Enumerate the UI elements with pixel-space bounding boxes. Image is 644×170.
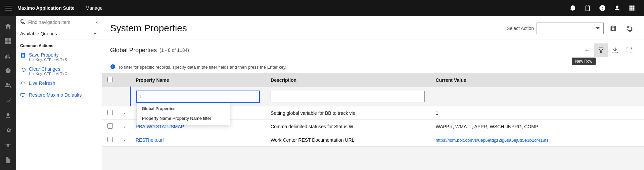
save-property-action[interactable]: Save Property Hot Key: CTRL+ALT+S [20, 52, 98, 62]
clear-changes-action[interactable]: Clear Changes Hot Key: CTRL+ALT+C [20, 66, 98, 76]
chevron-down-icon [92, 31, 98, 36]
table-header-bar: Global Properties (1 - 8 of 1184) [102, 39, 644, 61]
app-name: Manage [86, 5, 103, 11]
svg-rect-3 [630, 6, 631, 7]
main-content: System Properties Select Action [102, 16, 644, 170]
current-value-link[interactable]: https://ibm.box.com/s/uep6etdgz2lg6sa5ej… [435, 138, 548, 143]
save-property-label: Save Property [29, 52, 67, 58]
page-title: System Properties [110, 23, 187, 34]
monitor-icon [20, 93, 26, 99]
live-refresh-label: Live Refresh [29, 80, 55, 86]
page-header-actions: Select Action [507, 22, 636, 35]
sidebar-users-icon[interactable] [0, 78, 16, 93]
current-value-text: WAPPR, WMATL, APPR, WSCH, INPRG, COMP [435, 124, 538, 129]
new-row-tooltip: New Row [572, 58, 596, 65]
available-queries-dropdown[interactable]: Available Queries [16, 28, 102, 39]
nav-search-bar: ‹ [16, 16, 102, 28]
sidebar-integrations-icon[interactable] [0, 138, 16, 152]
restore-defaults-action[interactable]: Restore Maximo Defaults [20, 92, 98, 99]
sidebar-home-icon[interactable] [0, 19, 16, 34]
property-name-filter-input[interactable] [136, 91, 260, 103]
svg-rect-11 [633, 9, 635, 11]
current-value-text: 1 [435, 110, 438, 116]
save-property-hotkey: Hot Key: CTRL+ALT+S [29, 58, 67, 62]
common-actions-section: Common Actions Save Property Hot Key: CT… [16, 39, 102, 108]
svg-rect-12 [5, 38, 8, 41]
row-checkbox[interactable] [107, 110, 113, 115]
search-icon [20, 19, 26, 25]
row-expand-icon[interactable]: › [124, 125, 125, 129]
svg-rect-13 [8, 38, 11, 41]
table-action-area: Global Properties (1 - 8 of 1184) [102, 39, 644, 147]
save-icon [20, 53, 26, 59]
sidebar-badge-icon[interactable] [0, 108, 16, 123]
select-all-checkbox[interactable] [107, 77, 113, 82]
help-icon[interactable] [596, 1, 609, 15]
user-icon[interactable] [610, 1, 624, 15]
save-button[interactable] [606, 22, 620, 35]
svg-rect-5 [633, 6, 635, 7]
table-area: Global Properties (1 - 8 of 1184) [102, 39, 644, 170]
svg-rect-18 [7, 145, 9, 146]
collapse-nav-button[interactable]: ‹ [96, 20, 98, 25]
table-title: Global Properties (1 - 8 of 1184) [110, 47, 189, 54]
svg-rect-8 [633, 7, 635, 9]
svg-rect-4 [631, 6, 633, 7]
sidebar-analytics-icon[interactable] [0, 93, 16, 108]
menu-icon[interactable] [5, 5, 12, 11]
restore-defaults-label: Restore Maximo Defaults [29, 92, 82, 98]
sidebar-doc-icon[interactable] [0, 152, 16, 167]
description-text: Work Center REST Documentation URL [271, 137, 354, 143]
sidebar-reports-icon[interactable] [0, 48, 16, 63]
current-value-header: Current Value [430, 73, 644, 87]
download-button[interactable] [608, 43, 622, 57]
clipboard-icon[interactable] [581, 1, 594, 15]
sidebar-settings-icon[interactable] [0, 123, 16, 138]
search-input[interactable] [28, 20, 93, 25]
queries-label: Available Queries [20, 31, 57, 36]
filter-dropdown: Global Properties Property Name Property… [136, 103, 230, 125]
svg-rect-14 [5, 41, 8, 44]
sidebar-recent-icon[interactable] [0, 63, 16, 78]
property-name-filter-wrapper: Global Properties Property Name Property… [136, 91, 260, 103]
filter-dropdown-item[interactable]: Property Name Property Name filter [137, 113, 230, 124]
apps-icon[interactable] [625, 1, 639, 15]
top-nav-icons [566, 1, 639, 15]
notifications-icon[interactable] [566, 1, 580, 15]
svg-rect-6 [630, 7, 631, 9]
undo-icon [20, 67, 26, 73]
info-icon [110, 64, 116, 70]
common-actions-title: Common Actions [20, 43, 98, 48]
table-row: › RESThelp.url Work Center REST Document… [102, 133, 644, 147]
sidebar-dashboard-icon[interactable] [0, 34, 16, 48]
filter-button[interactable] [594, 43, 608, 57]
table-count: (1 - 8 of 1184) [159, 47, 189, 53]
expand-button[interactable] [623, 43, 636, 57]
clear-changes-hotkey: Hot Key: CTRL+ALT+C [29, 72, 67, 76]
property-name-link[interactable]: RESThelp.url [136, 137, 164, 143]
svg-point-16 [7, 113, 10, 116]
description-text: Setting global variable for BB to track … [271, 110, 355, 116]
row-checkbox[interactable] [107, 137, 113, 142]
live-refresh-action[interactable]: Live Refresh [20, 80, 98, 88]
svg-rect-7 [631, 7, 633, 9]
select-action-dropdown[interactable] [537, 23, 604, 34]
description-text: Comma delimited statuses for Status W [271, 124, 353, 129]
undo-button[interactable] [623, 22, 636, 35]
filter-info-bar: To filter for specific records, specify … [102, 61, 644, 73]
clear-changes-label: Clear Changes [29, 66, 67, 72]
row-expand-icon[interactable]: › [124, 138, 125, 143]
description-filter-input[interactable] [271, 91, 425, 102]
main-layout: ‹ Available Queries Common Actions Save … [0, 16, 644, 170]
description-header: Description [265, 73, 430, 87]
row-checkbox[interactable] [107, 123, 113, 129]
select-all-header [102, 73, 118, 87]
svg-rect-10 [631, 9, 633, 11]
table-header-row: Property Name Description Current Value [102, 73, 644, 87]
filter-dropdown-header: Global Properties [137, 104, 230, 113]
row-expand-icon[interactable]: › [124, 111, 125, 116]
property-name-header: Property Name [130, 73, 265, 87]
top-navigation: Maximo Application Suite Manage [0, 0, 644, 16]
select-action-wrapper [537, 23, 604, 34]
add-row-button[interactable] [580, 43, 594, 57]
